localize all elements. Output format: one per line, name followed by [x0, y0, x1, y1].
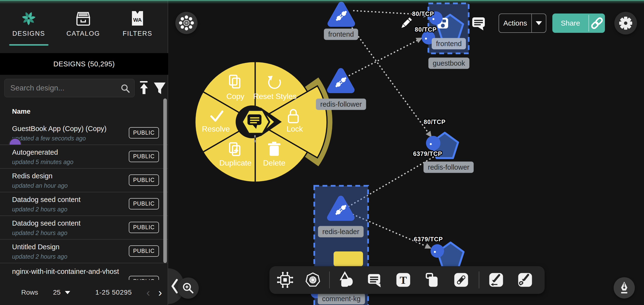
design-row[interactable]: Autogenerated updated 5 minutes ago PUBL… [0, 145, 168, 169]
chip-redis-leader-deployment[interactable]: redis-leader [318, 226, 364, 237]
search-input[interactable] [4, 79, 134, 97]
prev-page-button[interactable]: ‹ [146, 288, 150, 297]
chip-frontend-service[interactable]: frontend [432, 38, 466, 50]
svg-text:WA: WA [133, 17, 142, 23]
design-row[interactable]: GuestBook App (Copy) (Copy) updated a fe… [0, 121, 168, 145]
design-title[interactable]: Redis design [12, 172, 52, 180]
radial-label-resolve[interactable]: Resolve [202, 125, 230, 133]
actions-dropdown-button[interactable] [532, 14, 546, 32]
share-split-button: Share [552, 14, 605, 33]
design-search[interactable] [4, 79, 134, 97]
radial-label-duplicate[interactable]: Duplicate [219, 159, 251, 167]
visibility-badge: PUBLIC [129, 222, 159, 233]
comment-tool-button[interactable] [366, 271, 383, 289]
design-title[interactable]: Datadog seed content [12, 196, 80, 204]
rows-per-page-caret-icon[interactable] [65, 291, 70, 294]
gear-icon [617, 15, 634, 32]
radial-label-delete[interactable]: Delete [263, 159, 286, 167]
radial-label-reset-styles[interactable]: Reset Styles [253, 92, 297, 101]
zoom-in-button[interactable] [178, 277, 199, 299]
scale-pen-tool-button[interactable] [487, 271, 505, 289]
search-icon[interactable] [120, 83, 131, 94]
comment-icon[interactable] [472, 17, 485, 31]
visibility-badge: PUBLIC [129, 245, 159, 257]
design-list[interactable]: GuestBook App (Copy) (Copy) updated a fe… [0, 121, 168, 280]
tab-filters[interactable]: WA FILTERS [111, 10, 164, 37]
chip-comment-kg[interactable]: comment-kg [318, 293, 365, 304]
design-row[interactable]: Redis design updated an hour ago PUBLIC [0, 169, 168, 192]
node-frontend-deployment[interactable] [331, 5, 352, 24]
shapes-tool-button[interactable] [338, 271, 356, 289]
edge-redisfollower-guestbook[interactable] [349, 38, 422, 76]
radial-label-lock[interactable]: Lock [286, 125, 303, 133]
design-updated: updated an hour ago [12, 182, 68, 189]
design-updated: updated 5 minutes ago [12, 159, 73, 166]
chip-redis-follower-service[interactable]: redis-follower [424, 162, 474, 173]
radial-context-menu: Copy Reset Styles Lock Delete Duplicate … [195, 62, 332, 182]
design-title[interactable]: Datadog seed content [12, 219, 80, 227]
note-tool-button[interactable] [423, 271, 441, 289]
rows-label: Rows [21, 288, 38, 296]
pagination-footer: Rows 25 1-25 50295 ‹ › [0, 280, 168, 305]
tab-catalog-label: CATALOG [57, 30, 110, 37]
freehand-draw-tool-button[interactable] [516, 271, 534, 289]
design-row[interactable]: Datadog seed content updated 2 hours ago… [0, 216, 168, 240]
rows-per-page-select[interactable]: 25 [53, 288, 60, 296]
copy-link-button[interactable] [589, 14, 605, 33]
design-row[interactable]: Datadog seed content updated 2 hours ago… [0, 192, 168, 216]
catalog-archive-icon [57, 10, 110, 27]
next-page-button[interactable]: › [158, 288, 162, 297]
pen-arrow-icon [487, 271, 505, 289]
design-row[interactable]: Untitled Design updated 2 hours ago PUBL… [0, 240, 168, 263]
design-title[interactable]: Autogenerated [12, 148, 58, 156]
pagination-range: 1-25 50295 [95, 288, 132, 296]
node-comment-yellow[interactable] [334, 251, 363, 266]
design-title[interactable]: GuestBook App (Copy) (Copy) [12, 125, 106, 133]
text-tool-button[interactable]: T [394, 271, 412, 289]
designs-sidebar: DESIGNS CATALOG [0, 0, 168, 305]
design-title[interactable]: Untitled Design [12, 243, 60, 251]
note-icon [423, 271, 441, 289]
design-updated: updated 2 hours ago [12, 253, 67, 260]
visibility-badge: PUBLIC [129, 174, 159, 186]
kanvas-app: Copy Reset Styles Lock Delete Duplicate … [0, 0, 644, 305]
design-updated: updated a few seconds ago [12, 135, 86, 142]
active-tab-underline [9, 44, 48, 46]
link-icon [590, 17, 604, 30]
kubernetes-tool-button[interactable] [304, 271, 322, 289]
actions-split-button: Actions [498, 14, 546, 33]
tab-designs[interactable]: DESIGNS [2, 10, 55, 37]
design-updated: updated 2 hours ago [12, 229, 67, 236]
toolbar-divider [479, 271, 479, 288]
radial-label-copy[interactable]: Copy [226, 92, 244, 101]
pen-tool-button[interactable] [614, 277, 635, 298]
chip-redis-follower-deployment[interactable]: redis-follower [316, 99, 366, 110]
integrations-tool-button[interactable] [276, 271, 294, 289]
tab-designs-label: DESIGNS [2, 30, 55, 37]
kubernetes-icon [304, 271, 322, 289]
chip-guestbook-group[interactable]: guestbook [428, 58, 469, 69]
toolbar-divider [329, 271, 330, 288]
design-title[interactable]: nginx-with-init-container-and-vhost [12, 268, 119, 275]
design-row[interactable]: nginx-with-init-container-and-vhost PUBL… [0, 263, 168, 280]
node-redis-follower-deployment[interactable] [330, 71, 352, 90]
filter-funnel-icon[interactable] [152, 81, 167, 96]
meshery-logo-icon [2, 10, 55, 27]
wasm-filter-icon: WA [111, 10, 164, 27]
settings-button[interactable] [614, 12, 637, 35]
share-button[interactable]: Share [552, 14, 588, 33]
tab-catalog[interactable]: CATALOG [57, 10, 110, 37]
upload-design-icon[interactable] [137, 80, 151, 96]
visibility-badge: PUBLIC [129, 276, 159, 280]
actions-button[interactable]: Actions [499, 14, 531, 32]
designs-count-header: DESIGNS (50,295) [0, 53, 168, 75]
cluster-snapshot-button[interactable] [175, 12, 198, 34]
sidebar-scrollbar[interactable] [163, 98, 167, 263]
link-tool-button[interactable] [452, 271, 470, 289]
comment-tool-icon [366, 271, 383, 289]
edge-label-80tcp-1: 80/TCP [412, 10, 434, 17]
edge-label-6379tcp-1: 6379/TCP [413, 150, 442, 157]
cluster-icon [178, 15, 195, 31]
pencil-icon[interactable] [400, 17, 412, 29]
chip-frontend-deployment[interactable]: frontend [324, 29, 358, 40]
